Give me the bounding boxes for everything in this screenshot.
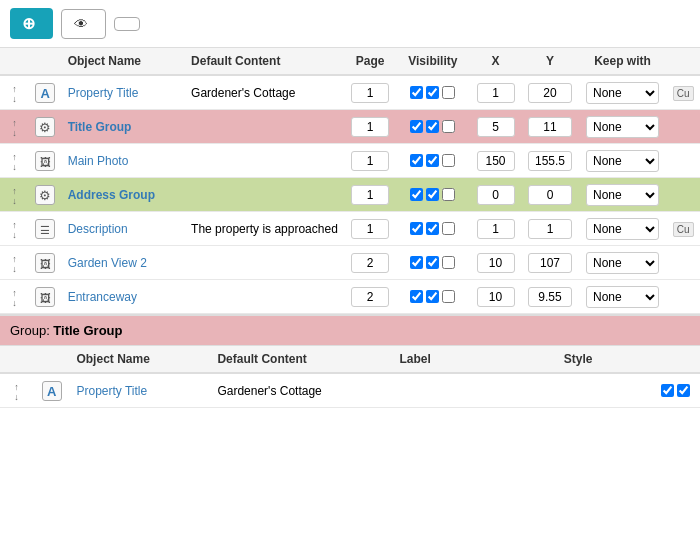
page-input[interactable] xyxy=(351,219,389,239)
keepwith-select[interactable]: None Next Previous xyxy=(586,218,659,240)
vis-check-2[interactable] xyxy=(426,290,439,303)
keepwith-select[interactable]: None Next Previous xyxy=(586,184,659,206)
cut-cell xyxy=(666,178,700,212)
object-name-link[interactable]: Address Group xyxy=(68,188,155,202)
vis-check-3[interactable] xyxy=(442,188,455,201)
vis-check-2[interactable] xyxy=(426,188,439,201)
y-input[interactable] xyxy=(528,287,572,307)
col-icon xyxy=(29,48,62,75)
vis-check-3[interactable] xyxy=(442,256,455,269)
sort-arrows[interactable]: ↑ ↓ xyxy=(12,187,17,206)
x-input[interactable] xyxy=(477,287,515,307)
icon-cell: 🖼 xyxy=(29,246,62,280)
vis-check-3[interactable] xyxy=(442,222,455,235)
y-input[interactable] xyxy=(528,185,572,205)
vis-check-2[interactable] xyxy=(426,86,439,99)
vis-check-2[interactable] xyxy=(426,154,439,167)
sub-sort-cell: ↑ ↓ xyxy=(0,373,33,408)
content-cell xyxy=(185,280,344,314)
vis-check-3[interactable] xyxy=(442,86,455,99)
vis-check-1[interactable] xyxy=(410,188,423,201)
vis-check-3[interactable] xyxy=(442,120,455,133)
row-icon: ⚙ xyxy=(35,117,55,137)
row-icon: ⚙ xyxy=(35,185,55,205)
vis-check-1[interactable] xyxy=(410,256,423,269)
arrow-up: ↑ xyxy=(12,255,17,264)
arrow-up: ↑ xyxy=(14,383,19,392)
cut-indicator[interactable]: Cu xyxy=(673,222,694,237)
keepwith-select[interactable]: None Next Previous xyxy=(586,150,659,172)
sort-arrows[interactable]: ↑ ↓ xyxy=(12,153,17,172)
x-input[interactable] xyxy=(477,117,515,137)
icon-cell: A xyxy=(29,75,62,110)
object-name-link[interactable]: Property Title xyxy=(68,86,139,100)
preview-button[interactable]: 👁 xyxy=(61,9,106,39)
vis-check-2[interactable] xyxy=(426,120,439,133)
y-input[interactable] xyxy=(528,117,572,137)
page-input[interactable] xyxy=(351,151,389,171)
sort-arrows[interactable]: ↑ ↓ xyxy=(14,383,19,402)
sub-col-icon xyxy=(33,346,71,373)
default-content-text: Gardener's Cottage xyxy=(191,86,295,100)
y-input[interactable] xyxy=(528,219,572,239)
object-name-link[interactable]: Garden View 2 xyxy=(68,256,147,270)
arrow-down: ↓ xyxy=(12,265,17,274)
vis-check-1[interactable] xyxy=(410,154,423,167)
arrow-down: ↓ xyxy=(12,231,17,240)
sub-object-name-link[interactable]: Property Title xyxy=(76,384,147,398)
page-input[interactable] xyxy=(351,83,389,103)
x-input[interactable] xyxy=(477,253,515,273)
cut-indicator[interactable]: Cu xyxy=(673,86,694,101)
vis-check-3[interactable] xyxy=(442,154,455,167)
x-input[interactable] xyxy=(477,151,515,171)
vis-check-1[interactable] xyxy=(410,120,423,133)
bgpdf-button[interactable] xyxy=(114,17,140,31)
object-name-link[interactable]: Entranceway xyxy=(68,290,137,304)
y-input[interactable] xyxy=(528,253,572,273)
y-input[interactable] xyxy=(528,83,572,103)
vis-check-2[interactable] xyxy=(426,256,439,269)
style-check-1[interactable] xyxy=(661,384,674,397)
sort-cell: ↑ ↓ xyxy=(0,280,29,314)
sort-arrows[interactable]: ↑ ↓ xyxy=(12,119,17,138)
sort-cell: ↑ ↓ xyxy=(0,212,29,246)
keepwith-select[interactable]: None Next Previous xyxy=(586,82,659,104)
keepwith-cell: None Next Previous xyxy=(579,280,666,314)
y-input[interactable] xyxy=(528,151,572,171)
name-cell: Property Title xyxy=(62,75,185,110)
page-cell xyxy=(344,144,395,178)
keepwith-select[interactable]: None Next Previous xyxy=(586,252,659,274)
sort-arrows[interactable]: ↑ ↓ xyxy=(12,289,17,308)
page-input[interactable] xyxy=(351,117,389,137)
keepwith-cell: None Next Previous xyxy=(579,178,666,212)
vis-check-1[interactable] xyxy=(410,222,423,235)
page-input[interactable] xyxy=(351,253,389,273)
vis-cell xyxy=(396,280,470,314)
x-input[interactable] xyxy=(477,83,515,103)
style-check-2[interactable] xyxy=(677,384,690,397)
object-name-link[interactable]: Description xyxy=(68,222,128,236)
vis-check-2[interactable] xyxy=(426,222,439,235)
sort-arrows[interactable]: ↑ ↓ xyxy=(12,255,17,274)
sort-arrows[interactable]: ↑ ↓ xyxy=(12,221,17,240)
sort-cell: ↑ ↓ xyxy=(0,110,29,144)
row-icon: ☰ xyxy=(35,219,55,239)
page-input[interactable] xyxy=(351,185,389,205)
sort-cell: ↑ ↓ xyxy=(0,246,29,280)
page-input[interactable] xyxy=(351,287,389,307)
sub-checks-cell xyxy=(652,373,700,408)
icon-cell: ⚙ xyxy=(29,178,62,212)
table-row: ↑ ↓ A Property Title Gardener's Cottage xyxy=(0,373,700,408)
vis-cell xyxy=(396,212,470,246)
sort-arrows[interactable]: ↑ ↓ xyxy=(12,85,17,104)
keepwith-select[interactable]: None Next Previous xyxy=(586,116,659,138)
vis-check-1[interactable] xyxy=(410,86,423,99)
keepwith-select[interactable]: None Next Previous xyxy=(586,286,659,308)
vis-check-3[interactable] xyxy=(442,290,455,303)
x-input[interactable] xyxy=(477,219,515,239)
object-name-link[interactable]: Title Group xyxy=(68,120,132,134)
x-input[interactable] xyxy=(477,185,515,205)
object-name-link[interactable]: Main Photo xyxy=(68,154,129,168)
vis-check-1[interactable] xyxy=(410,290,423,303)
new-object-button[interactable]: ⊕ xyxy=(10,8,53,39)
